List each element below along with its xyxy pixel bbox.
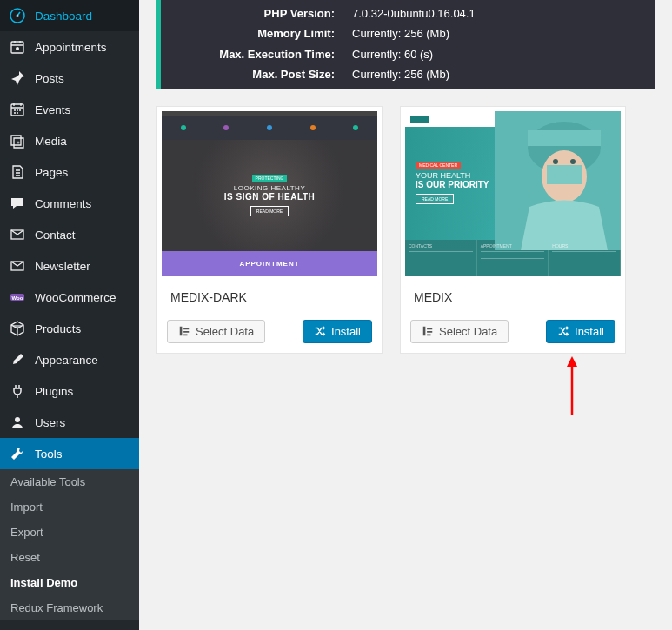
info-value: Currently: 256 (Mb) (352, 23, 655, 43)
select-data-button[interactable]: Select Data (410, 320, 509, 343)
demo-thumbnail: MEDICAL CENTER YOUR HEALTH IS OUR PRIORI… (405, 111, 621, 276)
sidebar-item-label: Newsletter (35, 260, 90, 273)
media-icon (9, 132, 26, 149)
sidebar-item-media[interactable]: Media (0, 125, 139, 156)
sidebar-item-label: Products (35, 322, 81, 335)
dashboard-icon (9, 7, 26, 24)
install-button[interactable]: Install (546, 320, 615, 343)
sidebar-item-label: Events (35, 103, 70, 116)
info-row: Memory Limit:Currently: 256 (Mb) (161, 23, 655, 43)
user-icon (9, 414, 26, 431)
sidebar-item-pages[interactable]: Pages (0, 156, 139, 188)
info-value: Currently: 256 (Mb) (352, 64, 655, 84)
info-value: 7.0.32-0ubuntu0.16.04.1 (352, 3, 655, 23)
sidebar-item-tools[interactable]: Tools (0, 438, 139, 469)
sidebar-item-label: WooCommerce (35, 291, 116, 304)
calendar-icon (9, 101, 26, 118)
info-row: Max. Execution Time:Currently: 60 (s) (161, 44, 655, 64)
doctor-image (495, 111, 621, 250)
calendar-alt-icon (9, 38, 26, 56)
submenu-item-export[interactable]: Export (0, 520, 139, 545)
sidebar-item-label: Posts (35, 72, 64, 85)
package-icon (9, 320, 26, 337)
demo-card-medix-dark: PROTECTINGLOOKING HEALTHYIS SIGN OF HEAL… (156, 106, 383, 354)
sidebar-item-label: Plugins (35, 385, 73, 398)
sidebar-item-newsletter[interactable]: Newsletter (0, 250, 139, 282)
shuffle-icon (557, 325, 569, 337)
submenu-item-import[interactable]: Import (0, 494, 139, 520)
svg-point-19 (553, 159, 558, 164)
sidebar-item-label: Appearance (35, 354, 98, 367)
info-label: PHP Version: (161, 3, 352, 23)
sidebar-item-plugins[interactable]: Plugins (0, 375, 139, 407)
info-value: Currently: 60 (s) (352, 44, 655, 64)
install-button[interactable]: Install (303, 320, 372, 343)
sidebar-item-events[interactable]: Events (0, 94, 139, 125)
sidebar-item-appearance[interactable]: Appearance (0, 344, 139, 375)
woo-icon (9, 288, 26, 306)
svg-point-20 (570, 159, 576, 164)
data-icon (422, 325, 434, 337)
info-row: Max. Post Size:Currently: 256 (Mb) (161, 64, 655, 84)
data-icon (178, 325, 190, 337)
sidebar-item-posts[interactable]: Posts (0, 63, 139, 94)
demo-thumbnail: PROTECTINGLOOKING HEALTHYIS SIGN OF HEAL… (162, 111, 377, 276)
admin-sidebar: DashboardAppointmentsPostsEventsMediaPag… (0, 0, 139, 630)
pin-icon (9, 70, 26, 87)
sidebar-item-comments[interactable]: Comments (0, 188, 139, 219)
sidebar-item-label: Dashboard (35, 10, 92, 23)
sidebar-item-label: Media (35, 135, 67, 148)
sidebar-item-label: Comments (35, 197, 91, 210)
demo-title: MEDIX (405, 276, 621, 320)
demo-card-medix: MEDICAL CENTER YOUR HEALTH IS OUR PRIORI… (400, 106, 626, 354)
shuffle-icon (314, 325, 326, 337)
sidebar-item-label: Users (35, 416, 65, 429)
info-label: Max. Execution Time: (161, 44, 352, 64)
demo-title: MEDIX-DARK (162, 276, 377, 320)
svg-rect-16 (528, 130, 601, 146)
submenu-item-install-demo[interactable]: Install Demo (0, 570, 139, 595)
demo-cards-row: PROTECTINGLOOKING HEALTHYIS SIGN OF HEAL… (156, 106, 655, 354)
system-info-panel: PHP Version:7.0.32-0ubuntu0.16.04.1Memor… (156, 0, 655, 89)
info-row: PHP Version:7.0.32-0ubuntu0.16.04.1 (161, 3, 655, 23)
submenu-item-redux-framework[interactable]: Redux Framework (0, 595, 139, 620)
submenu-item-reset[interactable]: Reset (0, 545, 139, 570)
mail-icon (9, 226, 26, 243)
wrench-icon (9, 445, 26, 462)
sidebar-item-woocommerce[interactable]: WooCommerce (0, 282, 139, 313)
sidebar-item-dashboard[interactable]: Dashboard (0, 0, 139, 31)
info-label: Max. Post Size: (161, 64, 352, 84)
sidebar-item-label: Contact (35, 229, 76, 242)
select-data-button[interactable]: Select Data (167, 320, 265, 343)
tools-submenu: Available ToolsImportExportResetInstall … (0, 469, 139, 620)
plug-icon (9, 382, 26, 400)
submenu-item-available-tools[interactable]: Available Tools (0, 469, 139, 494)
sidebar-item-label: Pages (35, 166, 68, 179)
sidebar-item-label: Appointments (35, 41, 107, 54)
mail-icon (9, 257, 26, 275)
sidebar-item-users[interactable]: Users (0, 407, 139, 438)
sidebar-item-products[interactable]: Products (0, 313, 139, 344)
sidebar-item-label: Tools (35, 448, 63, 461)
brush-icon (9, 351, 26, 368)
main-content: PHP Version:7.0.32-0ubuntu0.16.04.1Memor… (139, 0, 672, 371)
comment-icon (9, 195, 26, 212)
info-label: Memory Limit: (161, 23, 352, 43)
pages-icon (9, 163, 26, 181)
sidebar-item-contact[interactable]: Contact (0, 219, 139, 250)
sidebar-item-appointments[interactable]: Appointments (0, 31, 139, 63)
